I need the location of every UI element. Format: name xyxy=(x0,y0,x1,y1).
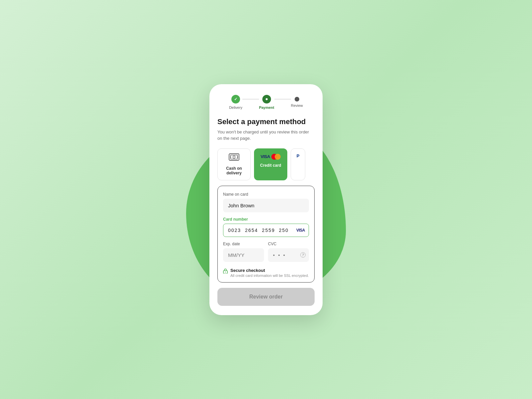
paypal-icon: P xyxy=(297,153,300,158)
step-payment-label: Payment xyxy=(259,105,274,109)
name-label: Name on card xyxy=(223,192,309,197)
review-order-button[interactable]: Review order xyxy=(217,288,315,306)
payment-tab-paypal[interactable]: P xyxy=(291,148,305,180)
page-content: Select a payment method You won't be cha… xyxy=(209,117,323,283)
step-line-1 xyxy=(242,99,259,100)
svg-point-0 xyxy=(266,98,268,100)
payment-tab-cash[interactable]: Cash on delivery xyxy=(217,148,251,180)
cvc-field: CVC ? xyxy=(268,242,309,262)
secure-checkout: Secure checkout All credit card informat… xyxy=(223,268,309,278)
secure-title: Secure checkout xyxy=(230,268,309,273)
step-delivery: ✓ Delivery xyxy=(229,95,242,109)
expiry-label: Exp. date xyxy=(223,242,264,246)
payment-method-tabs: Cash on delivery VISA Credit card P xyxy=(209,148,323,180)
card-number-wrapper: VISA xyxy=(223,224,309,237)
page-subtitle: You won't be charged until you review th… xyxy=(217,129,315,142)
svg-point-5 xyxy=(237,156,238,157)
cash-tab-label: Cash on delivery xyxy=(221,166,247,175)
secure-subtitle: All credit card information will be SSL … xyxy=(230,274,309,278)
step-review: Review xyxy=(291,97,303,107)
svg-point-7 xyxy=(225,272,226,272)
expiry-field: Exp. date xyxy=(223,242,264,262)
credit-tab-label: Credit card xyxy=(260,163,281,168)
card-number-label: Card number xyxy=(223,217,309,222)
step-delivery-circle: ✓ xyxy=(231,95,240,103)
step-line-2 xyxy=(274,99,291,100)
phone-container: ✓ Delivery Payment Review Select a payme… xyxy=(209,84,323,315)
expiry-input[interactable] xyxy=(223,248,264,262)
card-logos: VISA xyxy=(261,154,281,160)
svg-point-4 xyxy=(230,156,231,157)
svg-rect-2 xyxy=(230,155,238,159)
name-input[interactable] xyxy=(223,199,309,212)
page-title: Select a payment method xyxy=(217,117,315,126)
step-delivery-label: Delivery xyxy=(229,105,242,109)
step-review-label: Review xyxy=(291,103,303,107)
expiry-cvc-row: Exp. date CVC ? xyxy=(223,242,309,267)
secure-text-block: Secure checkout All credit card informat… xyxy=(230,268,309,278)
cvc-wrapper: ? xyxy=(268,248,309,262)
cvc-help-icon[interactable]: ? xyxy=(300,252,306,258)
lock-icon xyxy=(223,268,228,275)
visa-logo: VISA xyxy=(261,154,270,159)
step-payment-circle xyxy=(262,95,271,103)
visa-badge: VISA xyxy=(296,228,305,233)
step-review-circle xyxy=(295,97,299,101)
name-field: Name on card xyxy=(223,192,309,212)
svg-point-3 xyxy=(233,156,235,158)
card-number-field: Card number VISA xyxy=(223,217,309,237)
step-payment: Payment xyxy=(259,95,274,109)
payment-tab-credit[interactable]: VISA Credit card xyxy=(254,148,287,180)
progress-steps: ✓ Delivery Payment Review xyxy=(209,95,323,109)
card-form: Name on card Card number VISA Exp. date … xyxy=(217,186,315,283)
cash-icon xyxy=(229,153,239,163)
cvc-label: CVC xyxy=(268,242,309,246)
mc-right-circle xyxy=(275,154,281,160)
mastercard-logo xyxy=(271,154,281,160)
